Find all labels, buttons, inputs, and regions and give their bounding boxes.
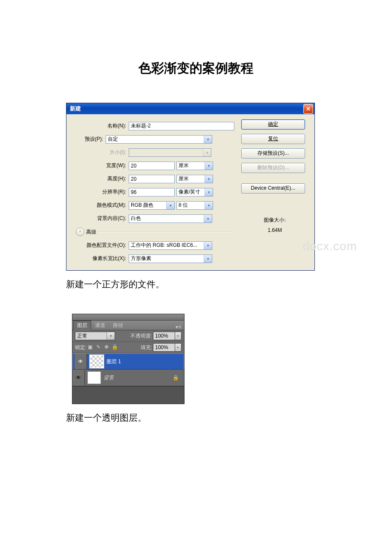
delete-preset-button: 删除预设(D)... [241,163,305,173]
label-profile: 颜色配置文件(O): [66,242,129,249]
label-resolution: 分辨率(R): [66,188,129,196]
panel-menu-icon[interactable]: ▾≡ [175,324,184,330]
lock-icon: 🔒 [173,375,179,381]
layer-thumbnail [87,371,101,384]
visibility-icon[interactable]: 👁 [72,370,85,386]
image-size-label: 图像大小: [241,215,308,225]
opacity-value: 100% [153,333,175,339]
label-width: 宽度(W): [66,162,129,169]
height-unit-value: 厘米 [179,175,205,182]
width-unit-select[interactable]: 厘米 ▾ [176,162,213,170]
width-unit-value: 厘米 [179,162,205,169]
opacity-input[interactable]: 100% [153,332,175,340]
bg-select[interactable]: 白色 ▾ [129,214,212,223]
size-select: ▾ [129,148,211,157]
tab-channels[interactable]: 通道 [91,321,109,330]
layer-name: 背景 [104,374,173,382]
lock-transparent-icon[interactable]: ▣ [86,344,93,351]
aspect-select[interactable]: 方形像素 ▾ [129,254,212,263]
reset-button[interactable]: 复位 [241,134,305,144]
label-advanced: 高级 [86,228,96,236]
aspect-value: 方形像素 [131,255,204,262]
save-preset-button[interactable]: 存储预设(S)... [241,148,305,159]
divider [99,231,234,232]
label-preset: 预设(P): [66,136,106,143]
profile-value: 工作中的 RGB: sRGB IEC6... [131,242,204,249]
layers-panel: 图层 通道 路径 ▾≡ 正常 ▾ 不透明度: 100% ▸ 锁定: ▣ ✎ ✥ … [72,314,184,404]
resolution-unit-select[interactable]: 像素/英寸 ▾ [176,188,213,197]
opacity-flyout-icon[interactable]: ▸ [175,332,182,340]
chevron-down-icon: ▾ [204,136,212,143]
label-name: 名称(N): [66,122,129,130]
layer-item-layer1[interactable]: 👁 图层 1 [72,353,184,370]
name-input[interactable] [129,122,234,130]
label-bg: 背景内容(C): [66,215,129,222]
caption-2: 新建一个透明图层。 [66,412,326,424]
label-size: 大小(I): [66,149,129,156]
chevron-down-icon: ▾ [205,162,213,170]
dialog-titlebar: 新建 ✕ [66,103,314,114]
close-icon[interactable]: ✕ [303,104,313,114]
fill-label: 填充: [141,344,152,351]
layer-name: 图层 1 [107,358,184,365]
tab-paths[interactable]: 路径 [109,321,127,330]
visibility-icon[interactable]: 👁 [75,354,87,369]
label-aspect: 像素长宽比(X): [66,255,129,262]
lock-paint-icon[interactable]: ✎ [95,344,102,351]
layer-thumbnail [89,355,104,368]
height-unit-select[interactable]: 厘米 ▾ [176,175,213,183]
fill-flyout-icon[interactable]: ▸ [175,343,182,352]
layer-list-empty [72,386,184,404]
fill-input[interactable]: 100% [153,343,175,352]
chevron-down-icon: ▾ [204,215,212,223]
chevron-down-icon: ▾ [205,188,213,196]
chevron-down-icon: ▾ [205,175,213,183]
lock-all-icon[interactable]: 🔒 [111,344,118,351]
page-title: 色彩渐变的案例教程 [66,60,326,77]
profile-select[interactable]: 工作中的 RGB: sRGB IEC6... ▾ [129,241,212,250]
advanced-toggle-icon[interactable]: ⌃ [76,228,84,236]
chevron-down-icon: ▾ [166,202,174,209]
layer-item-background[interactable]: 👁 背景 🔒 [72,370,184,386]
image-size-value: 1.64M [241,225,308,235]
fill-value: 100% [153,344,175,350]
device-central-button[interactable]: Device Central(E)... [241,183,305,194]
chevron-down-icon: ▾ [203,149,211,156]
colormode-select[interactable]: RGB 颜色 ▾ [129,201,175,210]
caption-1: 新建一个正方形的文件。 [66,278,326,290]
width-input[interactable] [129,162,175,170]
bitdepth-value: 8 位 [179,202,205,209]
layer-list: 👁 图层 1 👁 背景 🔒 [72,353,184,404]
blend-mode-select[interactable]: 正常 ▾ [75,332,115,340]
bg-value: 白色 [131,215,204,222]
new-document-dialog: 新建 ✕ 名称(N): 预设(P): 自定 ▾ 大小(I): [66,103,315,271]
dialog-title: 新建 [70,105,81,113]
opacity-label: 不透明度: [130,332,152,340]
preset-value: 自定 [108,136,204,143]
label-height: 高度(H): [66,175,129,182]
preset-select[interactable]: 自定 ▾ [106,135,212,144]
ok-button[interactable]: 确定 [241,119,305,130]
lock-icons-group: ▣ ✎ ✥ 🔒 [86,344,118,351]
chevron-down-icon: ▾ [204,255,212,263]
panel-grip [72,314,184,321]
resolution-input[interactable] [129,188,175,197]
colormode-value: RGB 颜色 [131,202,166,209]
tab-layers[interactable]: 图层 [73,321,91,330]
height-input[interactable] [129,175,175,183]
chevron-down-icon: ▾ [205,202,213,209]
resolution-unit-value: 像素/英寸 [179,188,205,196]
label-colormode: 颜色模式(M): [66,202,129,209]
bitdepth-select[interactable]: 8 位 ▾ [176,201,213,210]
blend-mode-value: 正常 [75,332,107,340]
chevron-down-icon: ▾ [107,332,115,340]
chevron-down-icon: ▾ [204,242,212,249]
lock-move-icon[interactable]: ✥ [103,344,110,351]
lock-label: 锁定: [75,344,86,351]
